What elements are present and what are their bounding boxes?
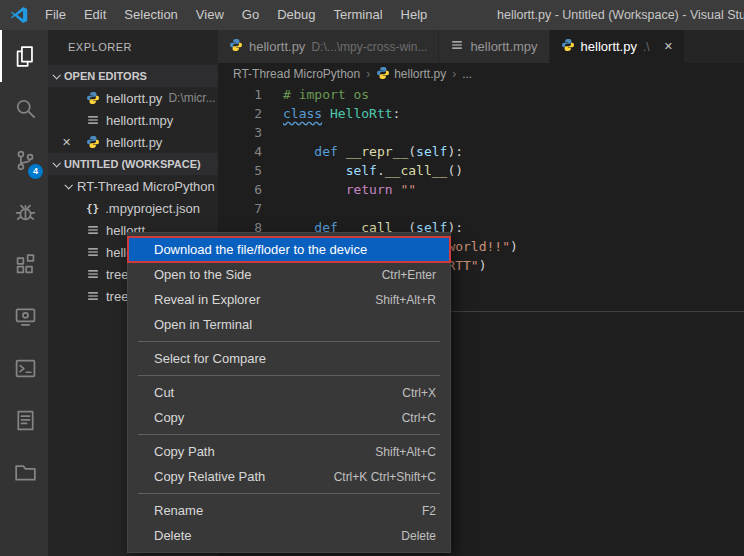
- terminal-icon: [14, 357, 37, 380]
- line-number: 1: [218, 85, 262, 104]
- tab-0-hellortt.py[interactable]: hellortt.pyD:\...\mpy-cross-win...: [218, 30, 439, 63]
- menu-file[interactable]: File: [36, 0, 75, 30]
- menu-item-shortcut: Ctrl+Enter: [382, 268, 436, 282]
- tab-label: hellortt.py: [249, 39, 305, 54]
- code-line: 2class HelloRtt:: [218, 104, 744, 123]
- menu-separator: [138, 341, 440, 342]
- context-menu-item[interactable]: Download the file/floder to the device: [128, 237, 450, 262]
- tab-label: hellortt.py: [581, 39, 637, 54]
- list-file-icon: [86, 113, 100, 127]
- activity-folder[interactable]: [0, 446, 48, 498]
- activity-terminal[interactable]: [0, 342, 48, 394]
- menu-item-label: Reveal in Explorer: [154, 292, 260, 307]
- breadcrumb-item[interactable]: ...: [462, 67, 472, 81]
- code-text: self.__call__(): [262, 163, 463, 178]
- activity-source-control[interactable]: 4: [0, 134, 48, 186]
- breadcrumb-label: ...: [462, 67, 472, 81]
- python-file-icon: [229, 38, 243, 55]
- menu-separator: [138, 434, 440, 435]
- tab-1-hellortt.mpy[interactable]: hellortt.mpy: [439, 30, 549, 63]
- tab-2-hellortt.py[interactable]: hellortt.py.\✕: [550, 30, 685, 63]
- folder-rt-thread-micropython[interactable]: RT-Thread MicroPython: [48, 175, 218, 197]
- json-file-icon: {}: [86, 202, 99, 215]
- folder-label: RT-Thread MicroPython: [77, 179, 215, 194]
- menu-edit[interactable]: Edit: [75, 0, 115, 30]
- menu-go[interactable]: Go: [233, 0, 268, 30]
- menu-item-label: Rename: [154, 503, 203, 518]
- python-file-icon: [86, 135, 100, 149]
- activity-extensions[interactable]: [0, 238, 48, 290]
- menu-item-label: Open in Terminal: [154, 317, 252, 332]
- code-line: 6 return "": [218, 180, 744, 199]
- context-menu-item[interactable]: Copy Relative PathCtrl+K Ctrl+Shift+C: [128, 464, 450, 489]
- line-number: 5: [218, 161, 262, 180]
- chevron-down-icon: [52, 71, 60, 79]
- menu-terminal[interactable]: Terminal: [324, 0, 391, 30]
- file-label: hellortt.py: [106, 91, 162, 106]
- context-menu-item[interactable]: Copy PathShift+Alt+C: [128, 439, 450, 464]
- context-menu-item[interactable]: CutCtrl+X: [128, 380, 450, 405]
- context-menu-item[interactable]: Reveal in ExplorerShift+Alt+R: [128, 287, 450, 312]
- context-menu-item[interactable]: Open in Terminal: [128, 312, 450, 337]
- list-file-icon: [86, 245, 100, 259]
- vscode-window: FileEditSelectionViewGoDebugTerminalHelp…: [0, 0, 744, 556]
- menu-debug[interactable]: Debug: [268, 0, 324, 30]
- scm-badge: 4: [28, 164, 43, 179]
- menu-item-label: Open to the Side: [154, 267, 252, 282]
- context-menu-item[interactable]: Open to the SideCtrl+Enter: [128, 262, 450, 287]
- python-file-icon: [376, 66, 390, 83]
- breadcrumb-item[interactable]: RT-Thread MicroPython: [233, 67, 360, 81]
- breadcrumb: RT-Thread MicroPython›hellortt.py›...: [218, 63, 744, 85]
- debug-icon: [14, 201, 37, 224]
- python-file-icon: [86, 91, 100, 105]
- menu-view[interactable]: View: [187, 0, 233, 30]
- tab-description: D:\...\mpy-cross-win...: [311, 40, 427, 54]
- tab-label: hellortt.mpy: [470, 39, 537, 54]
- workspace-label: UNTITLED (WORKSPACE): [64, 158, 201, 170]
- code-text: [262, 125, 283, 140]
- activity-bar: 4: [0, 30, 48, 556]
- workspace-header[interactable]: UNTITLED (WORKSPACE): [48, 153, 218, 175]
- context-menu: Download the file/floder to the deviceOp…: [127, 232, 451, 553]
- file-label: hellortt.mpy: [106, 113, 173, 128]
- open-editor-item[interactable]: hellortt.mpy: [48, 109, 218, 131]
- code-text: # import os: [262, 87, 369, 102]
- python-file-icon: [561, 38, 575, 55]
- activity-output[interactable]: [0, 394, 48, 446]
- open-editor-item[interactable]: hellortt.pyD:\micr...: [48, 87, 218, 109]
- line-number: 7: [218, 199, 262, 218]
- activity-search[interactable]: [0, 82, 48, 134]
- open-editor-item[interactable]: ✕hellortt.py: [48, 131, 218, 153]
- breadcrumb-item[interactable]: hellortt.py: [376, 66, 446, 83]
- code-text: def __repr__(self):: [262, 144, 463, 159]
- explorer-icon: [14, 45, 37, 68]
- search-icon: [14, 97, 37, 120]
- sidebar-title: EXPLORER: [48, 30, 218, 65]
- context-menu-item[interactable]: CopyCtrl+C: [128, 405, 450, 430]
- code-text: return "": [262, 182, 416, 197]
- tree-item[interactable]: {}.mpyproject.json: [48, 197, 218, 219]
- close-icon[interactable]: ✕: [62, 131, 71, 153]
- activity-explorer[interactable]: [0, 30, 48, 82]
- file-path: D:\micr...: [168, 91, 215, 105]
- menu-item-label: Copy: [154, 410, 184, 425]
- close-icon[interactable]: ✕: [664, 40, 673, 53]
- context-menu-item[interactable]: DeleteDelete: [128, 523, 450, 548]
- list-file-icon: [450, 38, 464, 55]
- menu-selection[interactable]: Selection: [115, 0, 186, 30]
- vscode-logo-icon: [10, 6, 28, 24]
- menu-help[interactable]: Help: [392, 0, 437, 30]
- open-editors-header[interactable]: OPEN EDITORS: [48, 65, 218, 87]
- menu-item-shortcut: Delete: [401, 529, 436, 543]
- context-menu-item[interactable]: Select for Compare: [128, 346, 450, 371]
- menu-item-label: Select for Compare: [154, 351, 266, 366]
- line-number: 6: [218, 180, 262, 199]
- code-line: 7: [218, 199, 744, 218]
- breadcrumb-label: hellortt.py: [394, 67, 446, 81]
- context-menu-item[interactable]: RenameF2: [128, 498, 450, 523]
- activity-debug[interactable]: [0, 186, 48, 238]
- code-line: 1# import os: [218, 85, 744, 104]
- code-line: 3: [218, 123, 744, 142]
- chevron-right-icon: ›: [366, 67, 370, 81]
- activity-device-monitor[interactable]: [0, 290, 48, 342]
